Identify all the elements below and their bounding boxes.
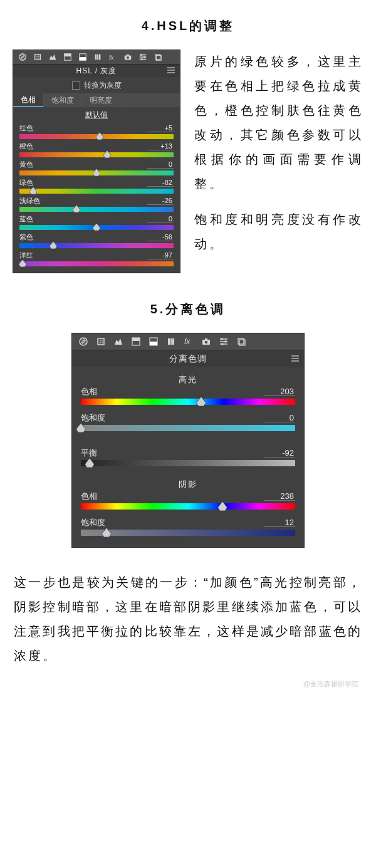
shadows-hue-slider-value[interactable]: 238 (264, 492, 295, 501)
presets-icon[interactable] (154, 53, 162, 61)
slider-thumb-icon[interactable] (103, 150, 111, 158)
svg-rect-33 (150, 342, 157, 345)
hsl-slider-value[interactable]: 0 (147, 161, 174, 169)
shadows-hue-slider-track[interactable] (81, 503, 295, 510)
balance-slider-track[interactable] (81, 460, 295, 466)
highlights-hue-slider-value[interactable]: 203 (264, 387, 295, 396)
hsl-slider-track[interactable] (19, 134, 174, 139)
highlights-sat-slider-track[interactable] (81, 425, 295, 431)
tab-luminance[interactable]: 明亮度 (82, 93, 120, 107)
slider-thumb-icon[interactable] (102, 528, 112, 537)
defaults-link[interactable]: 默认值 (13, 107, 180, 121)
highlights-hue-slider-track[interactable] (81, 399, 295, 405)
hsl-slider-track[interactable] (19, 152, 174, 157)
hsl-slider-0: 红色+5 (19, 125, 174, 139)
hsl-slider-value[interactable]: 0 (147, 216, 174, 223)
hsl-panel-title-row: HSL / 灰度 (13, 65, 180, 77)
svg-rect-9 (99, 55, 101, 60)
slider-thumb-icon[interactable] (93, 169, 100, 176)
balance-slider-value[interactable]: -92 (264, 449, 295, 458)
sliders-icon[interactable] (219, 337, 229, 347)
svg-marker-24 (93, 223, 100, 231)
shadows-sat-slider-label: 饱和度 (81, 518, 105, 527)
tone-icon[interactable] (63, 53, 72, 61)
camera-icon[interactable] (123, 53, 132, 61)
svg-marker-26 (19, 259, 26, 267)
hsl-toolbar: fx (13, 50, 180, 65)
slider-thumb-icon[interactable] (19, 259, 26, 267)
crop-icon[interactable] (96, 337, 106, 347)
aperture-icon[interactable] (18, 53, 27, 61)
camera-icon[interactable] (201, 337, 211, 347)
slider-thumb-icon[interactable] (76, 423, 86, 432)
split-icon[interactable] (149, 337, 159, 347)
section-4-heading: 4.HSL的调整 (13, 18, 363, 34)
shadows-sat-slider-value[interactable]: 12 (264, 518, 295, 527)
aperture-icon[interactable] (78, 337, 88, 347)
hsl-slider-value[interactable]: -26 (147, 197, 174, 205)
slider-thumb-icon[interactable] (73, 205, 80, 212)
presets-icon[interactable] (236, 337, 246, 347)
grayscale-checkbox[interactable] (72, 81, 80, 90)
section-4-para1: 原片的绿色较多，这里主要在色相上把绿色拉成黄色，橙色控制肤色往黄色改动，其它颜色… (194, 50, 363, 196)
split-icon[interactable] (78, 53, 87, 61)
hsl-slider-2: 黄色0 (19, 161, 174, 175)
highlights-sat-slider-value[interactable]: 0 (264, 414, 295, 422)
panel-menu-icon[interactable] (291, 354, 299, 363)
svg-point-16 (141, 58, 143, 60)
hsl-slider-label: 橙色 (19, 143, 33, 150)
hsl-slider-value[interactable]: -56 (147, 234, 174, 241)
slider-thumb-icon[interactable] (96, 132, 103, 140)
detail-icon[interactable] (166, 337, 176, 347)
tab-hue[interactable]: 色相 (13, 93, 44, 107)
watermark: @金浩森摄影学院 (13, 679, 363, 689)
svg-rect-8 (97, 55, 98, 60)
hsl-slider-label: 绿色 (19, 179, 33, 187)
section-4-para2: 饱和度和明亮度没有作改动。 (194, 207, 363, 256)
svg-point-42 (224, 340, 227, 343)
hsl-slider-label: 红色 (19, 125, 33, 132)
split-toning-panel: fx 分离色调 高光 色相203 饱和度0 平衡-92 阴影 色相238 饱和度… (71, 333, 305, 548)
fx-icon[interactable]: fx (108, 53, 117, 61)
svg-marker-47 (76, 423, 86, 432)
hsl-slider-track[interactable] (19, 243, 174, 248)
hsl-slider-value[interactable]: -82 (147, 179, 174, 187)
hsl-slider-track[interactable] (19, 261, 174, 266)
fx-icon[interactable]: fx (184, 337, 194, 347)
slider-thumb-icon[interactable] (93, 223, 100, 231)
hsl-slider-track[interactable] (19, 189, 174, 194)
shadows-hue-slider: 色相238 (81, 492, 295, 510)
slider-thumb-icon[interactable] (50, 241, 57, 249)
hsl-slider-label: 蓝色 (19, 216, 33, 223)
histogram-icon[interactable] (48, 53, 57, 61)
panel-menu-icon[interactable] (167, 67, 175, 75)
svg-text:fx: fx (109, 54, 115, 61)
hsl-slider-label: 黄色 (19, 161, 33, 169)
slider-thumb-icon[interactable] (217, 501, 227, 511)
svg-rect-12 (127, 55, 129, 56)
svg-marker-25 (50, 241, 57, 249)
svg-rect-31 (132, 338, 140, 341)
hsl-slider-value[interactable]: +13 (147, 143, 174, 150)
histogram-icon[interactable] (113, 337, 123, 347)
hsl-slider-track[interactable] (19, 170, 174, 175)
hsl-slider-value[interactable]: -97 (147, 252, 174, 259)
section-4-text: 原片的绿色较多，这里主要在色相上把绿色拉成黄色，橙色控制肤色往黄色改动，其它颜色… (194, 50, 363, 256)
hsl-slider-track[interactable] (19, 225, 174, 230)
balance-slider-label: 平衡 (81, 449, 97, 458)
slider-thumb-icon[interactable] (196, 397, 206, 406)
hsl-slider-value[interactable]: +5 (147, 125, 174, 132)
tab-saturation[interactable]: 饱和度 (44, 93, 82, 107)
grayscale-row: 转换为灰度 (13, 77, 180, 93)
svg-marker-46 (196, 397, 206, 406)
slider-thumb-icon[interactable] (29, 187, 37, 194)
hsl-slider-3: 绿色-82 (19, 179, 174, 194)
tone-icon[interactable] (131, 337, 141, 347)
crop-icon[interactable] (33, 53, 42, 61)
shadows-sat-slider-track[interactable] (81, 530, 295, 536)
sliders-icon[interactable] (138, 53, 147, 61)
svg-text:fx: fx (184, 337, 191, 346)
slider-thumb-icon[interactable] (85, 458, 94, 468)
detail-icon[interactable] (93, 53, 102, 61)
hsl-slider-track[interactable] (19, 207, 174, 212)
